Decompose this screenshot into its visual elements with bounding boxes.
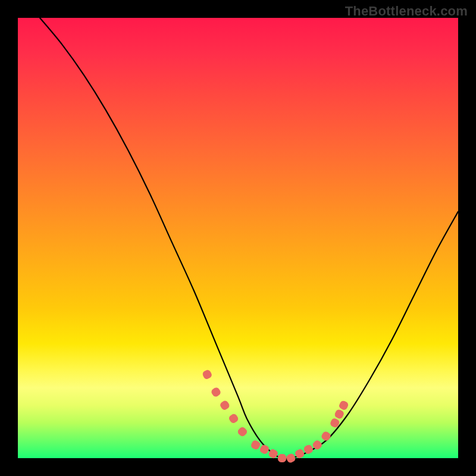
marker-point: [211, 387, 221, 397]
marker-point: [334, 409, 344, 419]
marker-point: [286, 453, 296, 463]
marker-point: [339, 400, 349, 410]
highlighted-points: [202, 369, 349, 464]
watermark-text: TheBottleneck.com: [345, 4, 468, 19]
marker-point: [202, 369, 212, 380]
marker-point: [321, 431, 331, 441]
marker-point: [278, 455, 286, 462]
marker-point: [228, 413, 239, 424]
plot-area: [18, 18, 458, 458]
marker-point: [237, 426, 248, 437]
curve-svg: [18, 18, 458, 458]
chart-frame: TheBottleneck.com: [0, 0, 476, 476]
marker-point: [259, 444, 270, 454]
marker-point: [220, 400, 230, 411]
marker-point: [250, 440, 261, 450]
bottleneck-curve: [40, 18, 458, 459]
